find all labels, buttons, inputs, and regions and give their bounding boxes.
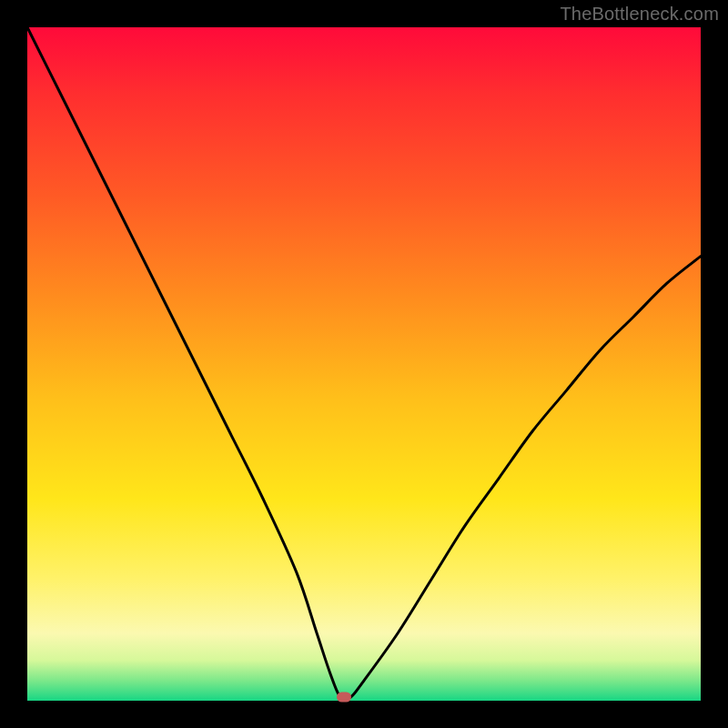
watermark-text: TheBottleneck.com [560,4,719,25]
bottleneck-curve [27,27,701,701]
chart-plot-area [27,27,701,701]
chart-frame: TheBottleneck.com [0,0,728,728]
minimum-marker [337,693,351,703]
